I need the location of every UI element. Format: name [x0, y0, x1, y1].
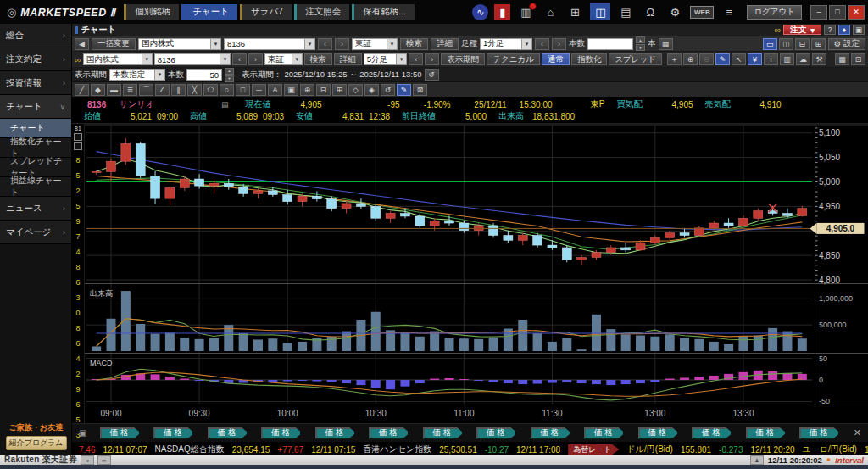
- grid-mark-icon[interactable]: ⊞: [332, 84, 347, 96]
- segment-icon[interactable]: ▬: [107, 84, 121, 96]
- price-button[interactable]: 価格: [476, 427, 517, 439]
- market-line-icon[interactable]: ∿: [472, 4, 488, 20]
- tab-チャート[interactable]: チャート: [181, 4, 237, 20]
- reload-icon[interactable]: ↺: [425, 69, 439, 81]
- panel-icon[interactable]: ▭: [97, 455, 111, 465]
- logout-button[interactable]: ログアウト: [747, 5, 802, 20]
- link-icon[interactable]: ∞: [774, 25, 781, 35]
- technical-button[interactable]: テクニカル: [487, 53, 540, 65]
- price-button[interactable]: 価格: [369, 427, 409, 439]
- bulk-change-button[interactable]: 一括変更: [92, 38, 136, 50]
- info-icon[interactable]: i: [764, 53, 778, 65]
- add-indicator-icon[interactable]: ＋: [667, 53, 682, 65]
- sidebar-subitem-損益線チャート[interactable]: 損益線チャート: [0, 177, 71, 197]
- chart-next-button[interactable]: ›: [248, 53, 263, 65]
- collapse-sidebar-icon[interactable]: ◀: [75, 38, 89, 50]
- strip-checkbox[interactable]: [74, 142, 82, 150]
- pattern-icon[interactable]: ◈: [364, 84, 379, 96]
- tab-保有銘柄...[interactable]: 保有銘柄...: [352, 4, 415, 20]
- rectangle-icon[interactable]: □: [236, 84, 250, 96]
- chart-prev-button[interactable]: ‹: [232, 53, 247, 65]
- close-button[interactable]: ✕: [848, 5, 865, 20]
- chart-code-select[interactable]: 8136▼: [154, 53, 231, 65]
- price-button[interactable]: 価格: [531, 427, 571, 439]
- polygon-icon[interactable]: ⬠: [203, 84, 218, 96]
- sidebar-item-ニュース[interactable]: ニュース›: [0, 197, 71, 221]
- add-mark-icon[interactable]: ⊕: [300, 84, 314, 96]
- zoom-in-icon[interactable]: ⊕: [683, 53, 698, 65]
- printer-icon[interactable]: ▦: [835, 53, 849, 65]
- mode-button-スプレッド[interactable]: スプレッド: [609, 53, 662, 65]
- zoom-out-icon[interactable]: ⊖: [699, 53, 714, 65]
- price-button[interactable]: 価格: [799, 427, 840, 439]
- chart-detail-button[interactable]: 詳細: [334, 53, 362, 65]
- layout-grid-icon[interactable]: ⊞: [811, 38, 826, 50]
- detail-button[interactable]: 詳細: [431, 38, 459, 50]
- document-icon[interactable]: ▤: [616, 3, 635, 20]
- vertical-lines-icon[interactable]: ∥: [171, 84, 186, 96]
- draw-pencil-icon[interactable]: ✎: [715, 53, 730, 65]
- pencil-icon[interactable]: ╱: [75, 84, 89, 96]
- price-button[interactable]: 価格: [100, 427, 141, 439]
- pin-icon[interactable]: ♦: [838, 25, 850, 35]
- code-select[interactable]: 8136▼: [224, 38, 315, 50]
- count-input[interactable]: [587, 38, 633, 50]
- sidebar-item-マイページ[interactable]: マイページ›: [0, 221, 71, 244]
- left-mini-strip[interactable]: 81 8525974863086429653: [72, 124, 85, 423]
- period-mode-select[interactable]: 本数指定▼: [109, 69, 165, 81]
- expand-icon[interactable]: ⊡: [851, 53, 865, 65]
- ticker-badge[interactable]: 為替レート: [568, 444, 619, 455]
- sidebar-item-注文約定[interactable]: 注文約定›: [0, 47, 71, 71]
- delete-draw-icon[interactable]: ⊠: [413, 84, 427, 96]
- popout-icon[interactable]: ▣: [853, 25, 865, 35]
- layout-two-col-icon[interactable]: ◫: [779, 38, 793, 50]
- horizontal-line-icon[interactable]: ─: [252, 84, 266, 96]
- price-button[interactable]: 価格: [208, 427, 248, 439]
- chart-market-select[interactable]: 国内株式▼: [83, 53, 153, 65]
- chart-bar-type-select[interactable]: 5分足▼: [364, 53, 407, 65]
- tab-ザラバ7[interactable]: ザラバ7: [240, 4, 292, 20]
- remove-mark-icon[interactable]: ⊟: [316, 84, 331, 96]
- referral-program-button[interactable]: 紹介プログラム: [6, 436, 67, 450]
- yen-scale-icon[interactable]: ¥: [748, 53, 762, 65]
- menu-icon[interactable]: ≡: [720, 3, 738, 20]
- home-icon[interactable]: ⌂: [541, 3, 559, 20]
- angle-line-icon[interactable]: ∠: [155, 84, 170, 96]
- price-button[interactable]: 価格: [315, 427, 356, 439]
- stepper-down-icon[interactable]: ▼: [636, 44, 645, 51]
- price-button[interactable]: 価格: [584, 427, 625, 439]
- collapse-icon[interactable]: ◂: [81, 455, 94, 465]
- price-button[interactable]: 価格: [638, 427, 679, 439]
- chart-search-button[interactable]: 検索: [304, 53, 332, 65]
- cross-line-icon[interactable]: ╳: [187, 84, 202, 96]
- search-button[interactable]: 検索: [400, 38, 428, 50]
- order-button[interactable]: 注文▾: [783, 25, 821, 35]
- price-button[interactable]: 価格: [153, 427, 194, 439]
- highlight-pen-icon[interactable]: ✎: [397, 84, 411, 96]
- layout-two-row-icon[interactable]: ⊟: [795, 38, 810, 50]
- next-bar-button[interactable]: ›: [552, 38, 566, 50]
- cursor-icon[interactable]: ↖: [732, 53, 746, 65]
- help-button[interactable]: ?: [824, 25, 836, 35]
- gear-icon[interactable]: ⚙: [665, 3, 684, 20]
- display-period-button[interactable]: 表示期間: [441, 53, 485, 65]
- minimize-button[interactable]: –: [810, 5, 827, 20]
- layout-single-icon[interactable]: ▭: [763, 38, 777, 50]
- mode-button-指数化[interactable]: 指数化: [571, 53, 608, 65]
- exchange-select[interactable]: 東証▼: [352, 38, 398, 50]
- printer-icon[interactable]: ▦: [659, 38, 673, 50]
- tab-個別銘柄[interactable]: 個別銘柄: [124, 4, 179, 20]
- strip-checkbox[interactable]: [74, 133, 82, 141]
- next-code-button[interactable]: ›: [335, 38, 349, 50]
- text-icon[interactable]: A: [268, 84, 282, 96]
- price-button[interactable]: 価格: [423, 427, 464, 439]
- compare-chart-icon[interactable]: ▥: [780, 53, 794, 65]
- eraser-icon[interactable]: ◆: [91, 84, 105, 96]
- info-book-icon[interactable]: ▥: [516, 3, 535, 20]
- sidebar-item-総合[interactable]: 総合›: [0, 24, 71, 47]
- bar-type-select[interactable]: 1分足▼: [480, 38, 532, 50]
- chart-prev-bar-button[interactable]: ‹: [409, 53, 423, 65]
- market-select[interactable]: 国内株式▼: [138, 38, 221, 50]
- user-icon[interactable]: ♟: [750, 455, 764, 465]
- close-icon[interactable]: ✕: [854, 427, 861, 438]
